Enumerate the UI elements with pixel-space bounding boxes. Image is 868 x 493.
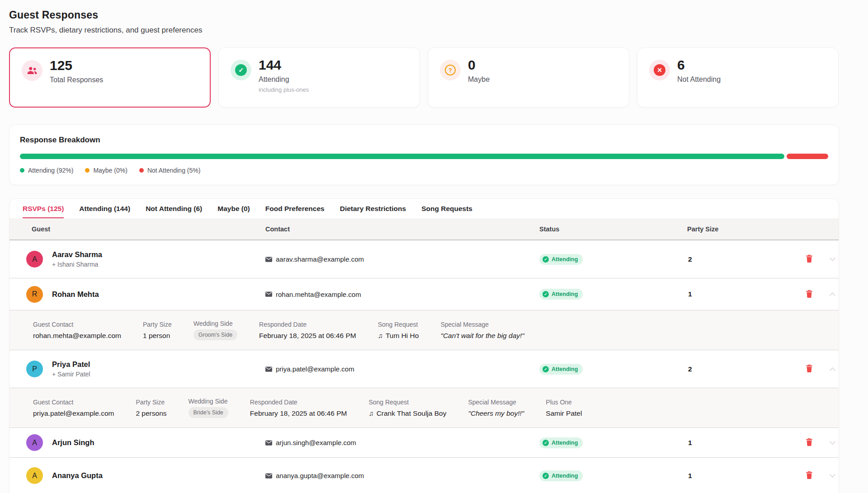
attending-bar-segment	[20, 154, 784, 159]
guest-name: Priya Patel	[52, 360, 90, 369]
avatar: R	[26, 286, 43, 303]
party-size: 2	[687, 365, 802, 373]
check-icon: ✓	[542, 440, 549, 446]
check-icon: ✓	[542, 473, 549, 479]
tab-food-preferences[interactable]: Food Preferences	[265, 199, 325, 218]
avatar: P	[26, 361, 43, 377]
legend-item-not-attending: Not Attending (5%)	[139, 167, 201, 174]
delete-guest-button[interactable]	[802, 288, 816, 301]
detail-song-request: Crank That Soulja Boy	[377, 409, 447, 418]
guest-email: priya.patel@example.com	[276, 365, 354, 373]
check-icon: ✓	[542, 366, 549, 372]
page-subtitle: Track RSVPs, dietary restrictions, and g…	[9, 26, 839, 35]
table-row[interactable]: P Priya Patel + Samir Patel priya.patel@…	[9, 350, 839, 388]
party-size: 1	[687, 439, 802, 447]
detail-special-message: "Can't wait for the big day!"	[440, 332, 524, 340]
breakdown-title: Response Breakdown	[20, 136, 828, 145]
check-icon: ✓	[542, 291, 549, 297]
page-title: Guest Responses	[9, 9, 839, 21]
guest-email: arjun.singh@example.com	[276, 439, 356, 446]
tab-dietary-restrictions[interactable]: Dietary Restrictions	[340, 199, 406, 218]
detail-special-message: "Cheers my boy!!"	[468, 409, 524, 418]
detail-party-size: 2 persons	[136, 409, 166, 418]
column-header-party-size: Party Size	[687, 225, 802, 233]
table-row[interactable]: A Ananya Gupta ananya.gupta@example.com …	[9, 458, 839, 493]
guest-name: Rohan Mehta	[52, 290, 99, 299]
tab-attending[interactable]: Attending (144)	[79, 199, 130, 218]
guest-plus-one: + Samir Patel	[52, 371, 90, 378]
status-badge: ✓ Attending	[539, 289, 583, 300]
mail-icon	[265, 473, 272, 479]
not-attending-legend-dot	[139, 168, 144, 173]
response-breakdown-panel: Response Breakdown Attending (92%) Maybe…	[9, 124, 839, 185]
table-header: Guest Contact Status Party Size	[9, 218, 839, 240]
party-size: 2	[687, 255, 802, 263]
tab-bar: RSVPs (125) Attending (144) Not Attendin…	[9, 199, 839, 218]
detail-plus-one: Samir Patel	[546, 409, 582, 418]
detail-label: Responded Date	[250, 399, 347, 406]
detail-label: Guest Contact	[33, 399, 114, 406]
chevron-up-icon[interactable]	[827, 292, 839, 296]
music-note-icon: ♫	[368, 409, 373, 417]
detail-label: Plus One	[546, 399, 582, 406]
rsvp-table-panel: RSVPs (125) Attending (144) Not Attendin…	[9, 198, 839, 493]
delete-guest-button[interactable]	[802, 253, 816, 266]
status-badge: ✓ Attending	[539, 437, 583, 448]
check-icon: ✓	[542, 256, 549, 263]
stat-label: Maybe	[468, 75, 490, 84]
chevron-down-icon[interactable]	[827, 258, 839, 261]
people-icon	[22, 60, 42, 81]
tab-maybe[interactable]: Maybe (0)	[217, 199, 250, 218]
legend-label: Attending (92%)	[28, 167, 73, 174]
column-header-status: Status	[539, 225, 687, 233]
avatar: A	[26, 467, 43, 484]
delete-guest-button[interactable]	[802, 469, 816, 482]
attending-legend-dot	[20, 168, 24, 173]
tab-song-requests[interactable]: Song Requests	[421, 199, 472, 218]
delete-guest-button[interactable]	[802, 436, 816, 449]
wedding-side-badge: Groom's Side	[193, 329, 237, 340]
chevron-down-icon[interactable]	[827, 441, 839, 445]
mail-icon	[265, 291, 272, 297]
guest-email: rohan.mehta@example.com	[276, 291, 361, 298]
tab-not-attending[interactable]: Not Attending (6)	[146, 199, 202, 218]
stat-card-attending[interactable]: ✓ 144 Attending including plus-ones	[218, 47, 420, 108]
mail-icon	[265, 366, 272, 372]
detail-label: Wedding Side	[189, 398, 228, 405]
response-breakdown-bar	[20, 154, 828, 159]
maybe-legend-dot	[85, 168, 90, 173]
wedding-side-badge: Bride's Side	[189, 407, 228, 418]
delete-guest-button[interactable]	[802, 362, 816, 376]
table-row[interactable]: A Aarav Sharma + Ishani Sharma aarav.sha…	[9, 240, 839, 278]
detail-guest-contact: rohan.mehta@example.com	[33, 332, 121, 340]
legend-item-maybe: Maybe (0%)	[85, 167, 127, 174]
stat-card-total-responses[interactable]: 125 Total Responses	[9, 47, 211, 108]
stat-card-maybe[interactable]: ? 0 Maybe	[428, 47, 629, 108]
stat-card-not-attending[interactable]: ✕ 6 Not Attending	[637, 47, 839, 108]
detail-party-size: 1 person	[143, 332, 172, 340]
legend-label: Maybe (0%)	[93, 167, 127, 174]
guest-plus-one: + Ishani Sharma	[52, 261, 102, 268]
detail-guest-contact: priya.patel@example.com	[33, 409, 114, 418]
guest-email: aarav.sharma@example.com	[276, 255, 364, 263]
breakdown-legend: Attending (92%) Maybe (0%) Not Attending…	[20, 167, 828, 174]
detail-song-request: Tum Hi Ho	[386, 332, 419, 340]
detail-label: Song Request	[378, 321, 419, 328]
stat-value: 125	[50, 58, 103, 73]
table-row[interactable]: R Rohan Mehta rohan.mehta@example.com ✓ …	[9, 278, 839, 310]
chevron-down-icon[interactable]	[827, 474, 839, 478]
detail-label: Special Message	[468, 399, 524, 406]
tab-rsvps[interactable]: RSVPs (125)	[23, 199, 64, 218]
guest-name: Arjun Singh	[52, 438, 94, 447]
detail-label: Party Size	[136, 399, 166, 406]
detail-label: Guest Contact	[33, 321, 121, 328]
legend-label: Not Attending (5%)	[147, 167, 201, 174]
stat-label: Attending	[259, 75, 309, 84]
chevron-up-icon[interactable]	[827, 367, 839, 371]
avatar: A	[26, 251, 43, 268]
table-row[interactable]: A Arjun Singh arjun.singh@example.com ✓ …	[9, 428, 839, 458]
status-badge: ✓ Attending	[539, 254, 583, 265]
stat-value: 0	[468, 58, 490, 72]
detail-label: Wedding Side	[193, 320, 237, 327]
guest-detail-row: Guest Contact priya.patel@example.com Pa…	[9, 388, 839, 428]
